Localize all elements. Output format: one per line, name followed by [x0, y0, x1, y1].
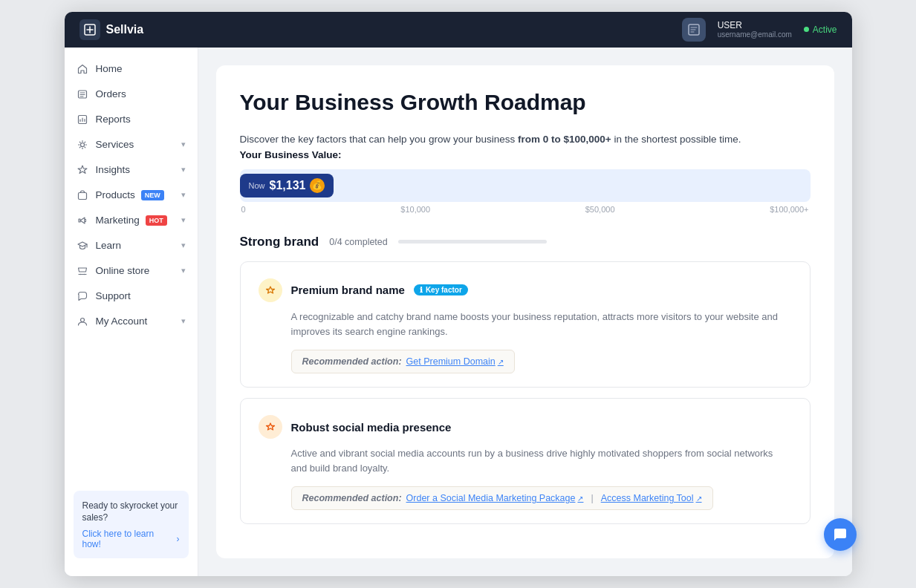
page-title: Your Business Growth Roadmap: [240, 89, 811, 116]
chat-button[interactable]: [824, 518, 857, 551]
factor-header-2: Robust social media presence: [259, 415, 792, 439]
header-username: USER: [718, 20, 792, 30]
factor-title-1: Premium brand name: [291, 284, 405, 296]
sidebar-item-home-label: Home: [96, 63, 123, 74]
sidebar-item-insights-label: Insights: [96, 164, 131, 175]
factor-desc-1: A recognizable and catchy brand name boo…: [291, 310, 792, 339]
factor-icon-1: [259, 278, 282, 302]
progress-section: Discover the key factors that can help y…: [240, 134, 811, 214]
logo-icon: [79, 19, 100, 40]
key-factor-badge: ℹ Key factor: [414, 284, 468, 295]
sidebar-promo-link[interactable]: Click here to learn how! ›: [82, 529, 180, 549]
sidebar-item-my-account-label: My Account: [96, 316, 148, 327]
logo-text: Sellvia: [106, 23, 144, 36]
rec-label-2: Recommended action:: [302, 493, 402, 503]
sidebar-promo-text: Ready to skyrocket your sales?: [82, 500, 180, 525]
sidebar-item-orders[interactable]: Orders: [65, 82, 198, 107]
status-text: Active: [813, 24, 837, 35]
logo: Sellvia: [79, 19, 144, 40]
progress-fill: Now $1,131 💰: [240, 169, 285, 202]
sidebar-item-online-store-label: Online store: [96, 265, 150, 276]
sidebar-item-marketing[interactable]: Marketing HOT ▾: [65, 208, 198, 233]
sidebar-item-marketing-label: Marketing: [96, 215, 140, 226]
section-progress-bar: [398, 240, 547, 244]
header-right: USER username@email.com Active: [682, 18, 837, 42]
external-link-icon: ↗: [498, 358, 504, 366]
sidebar: Home Orders: [65, 48, 198, 577]
sidebar-item-insights[interactable]: Insights ▾: [65, 157, 198, 183]
main-content: Your Business Growth Roadmap Discover th…: [198, 48, 852, 577]
promo-arrow-icon: ›: [177, 534, 180, 544]
layout: Home Orders: [65, 48, 852, 577]
factor-desc-2: Active and vibrant social media accounts…: [291, 446, 792, 476]
support-icon: [77, 290, 88, 302]
marketing-hot-badge: HOT: [146, 215, 167, 226]
learn-chevron: ▾: [181, 241, 186, 250]
recommended-action-2: Recommended action: Order a Social Media…: [291, 486, 713, 510]
factor-header-1: Premium brand name ℹ Key factor: [259, 278, 792, 302]
sidebar-item-learn[interactable]: Learn ▾: [65, 233, 198, 258]
orders-icon: [77, 88, 88, 100]
products-icon: [77, 189, 88, 201]
sidebar-promo: Ready to skyrocket your sales? Click her…: [74, 491, 189, 559]
sidebar-item-learn-label: Learn: [96, 240, 122, 251]
sidebar-item-reports[interactable]: Reports: [65, 107, 198, 132]
sidebar-item-services-label: Services: [96, 139, 134, 150]
factor-icon-2: [259, 415, 282, 439]
services-icon: [77, 139, 88, 151]
get-premium-domain-link[interactable]: Get Premium Domain ↗: [406, 356, 504, 367]
intro-text: Discover the key factors that can help y…: [240, 134, 811, 145]
sidebar-item-products[interactable]: Products NEW ▾: [65, 183, 198, 208]
section-title: Strong brand: [240, 235, 319, 249]
sidebar-item-orders-label: Orders: [96, 88, 126, 99]
section-progress-text: 0/4 completed: [329, 237, 388, 247]
svg-point-4: [80, 143, 84, 146]
sidebar-item-reports-label: Reports: [96, 114, 131, 125]
services-chevron: ▾: [181, 140, 186, 149]
progress-pill: Now $1,131 💰: [240, 174, 334, 197]
marketing-chevron: ▾: [181, 215, 186, 225]
online-store-chevron: ▾: [181, 266, 186, 275]
marketing-icon: [77, 215, 88, 226]
rec-label-1: Recommended action:: [302, 356, 402, 367]
main-card: Your Business Growth Roadmap Discover th…: [216, 65, 834, 559]
sidebar-item-home[interactable]: Home: [65, 56, 198, 82]
progress-now-label: Now: [249, 181, 265, 190]
learn-icon: [77, 240, 88, 252]
progress-bar: Now $1,131 💰: [240, 169, 811, 202]
header-status: Active: [804, 24, 837, 35]
coin-icon: 💰: [310, 178, 325, 193]
sidebar-item-support-label: Support: [96, 290, 131, 301]
sidebar-item-services[interactable]: Services ▾: [65, 132, 198, 157]
business-value-label: Your Business Value:: [240, 149, 811, 160]
insights-icon: [77, 164, 88, 176]
factor-title-2: Robust social media presence: [291, 421, 452, 434]
header-email: username@email.com: [718, 30, 792, 39]
svg-point-8: [80, 318, 84, 321]
status-dot: [804, 27, 809, 32]
access-marketing-tool-link[interactable]: Access Marketing Tool ↗: [601, 493, 702, 503]
header: Sellvia USER username@email.com Active: [65, 12, 852, 48]
sidebar-item-support[interactable]: Support: [65, 284, 198, 309]
external-link-icon-2: ↗: [577, 494, 583, 503]
section-header: Strong brand 0/4 completed: [240, 235, 811, 249]
sidebar-item-products-label: Products: [96, 189, 135, 200]
reports-icon: [77, 114, 88, 125]
header-user-info: USER username@email.com: [718, 20, 792, 39]
external-link-icon-3: ↗: [696, 494, 702, 503]
recommended-action-1: Recommended action: Get Premium Domain ↗: [291, 350, 515, 373]
online-store-icon: [77, 265, 88, 277]
order-social-media-link[interactable]: Order a Social Media Marketing Package ↗: [406, 493, 584, 503]
svg-point-7: [83, 273, 85, 275]
my-account-chevron: ▾: [181, 316, 186, 326]
factor-card-social-media: Robust social media presence Active and …: [240, 398, 811, 524]
products-chevron: ▾: [181, 190, 186, 200]
insights-chevron: ▾: [181, 165, 186, 174]
svg-point-6: [79, 273, 81, 275]
sidebar-item-my-account[interactable]: My Account ▾: [65, 309, 198, 334]
header-avatar[interactable]: [682, 18, 706, 42]
home-icon: [77, 63, 88, 75]
sidebar-item-online-store[interactable]: Online store ▾: [65, 258, 198, 284]
progress-value: $1,131: [270, 179, 306, 192]
my-account-icon: [77, 316, 88, 327]
